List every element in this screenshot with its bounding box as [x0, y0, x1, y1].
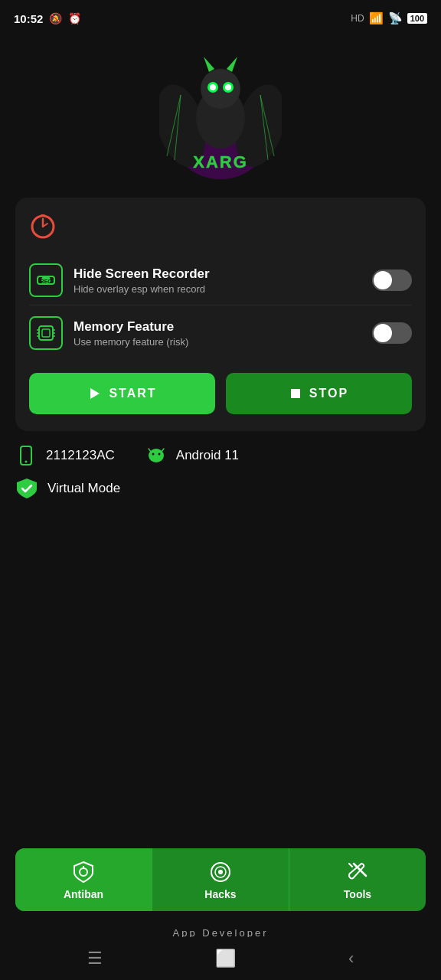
toggle-knob-hide: [374, 271, 392, 289]
svg-rect-41: [152, 457, 160, 461]
phone-icon: [15, 445, 37, 466]
app-logo: XARG XARG: [159, 49, 282, 179]
play-icon: [87, 387, 101, 400]
svg-marker-13: [204, 57, 214, 72]
shield-check-icon: [15, 477, 38, 500]
device-id-item: 2112123AC: [15, 445, 115, 466]
hide-recorder-subtitle: Hide overlay esp when record: [74, 283, 210, 295]
mute-icon: 🔕: [49, 12, 62, 24]
stop-button[interactable]: STOP: [226, 373, 412, 414]
svg-text:XARG: XARG: [193, 152, 248, 172]
feature-text-hide: Hide Screen Recorder Hide overlay esp wh…: [74, 266, 210, 295]
svg-point-35: [25, 461, 28, 463]
timer-row: [29, 211, 412, 242]
memory-icon-wrap: [29, 316, 63, 350]
nav-hacks[interactable]: Hacks: [152, 848, 289, 911]
main-card: REC Hide Screen Recorder Hide overlay es…: [15, 198, 426, 431]
svg-rect-25: [42, 329, 50, 337]
svg-point-47: [218, 870, 223, 874]
status-left: 10:52 🔕 ⏰: [14, 12, 81, 25]
svg-line-39: [149, 449, 151, 452]
battery-display: 100: [407, 13, 427, 24]
feature-left-memory: Memory Feature Use memory feature (risk): [29, 316, 188, 350]
start-button[interactable]: START: [29, 373, 215, 414]
signal-icon: 📶: [369, 11, 384, 25]
start-label: START: [109, 387, 156, 400]
device-id-text: 2112123AC: [46, 448, 115, 463]
nav-antiban[interactable]: Antiban: [15, 848, 152, 911]
menu-icon[interactable]: ☰: [87, 949, 103, 969]
tools-icon: [346, 861, 369, 884]
memory-feature-subtitle: Use memory feature (risk): [74, 336, 188, 348]
android-version-text: Android 11: [176, 448, 239, 463]
logo-svg: XARG XARG: [159, 49, 282, 179]
virtual-mode-row: Virtual Mode: [15, 477, 426, 500]
toggle-knob-memory: [374, 324, 392, 342]
info-row: 2112123AC Android 11: [15, 445, 426, 466]
svg-point-44: [80, 868, 87, 876]
svg-marker-32: [90, 388, 100, 399]
timer-icon: [29, 211, 57, 239]
hacks-icon: [209, 861, 232, 884]
stop-icon: [289, 387, 302, 400]
svg-rect-33: [291, 389, 300, 398]
svg-line-49: [349, 864, 352, 867]
svg-marker-14: [227, 57, 237, 72]
svg-rect-20: [41, 214, 45, 217]
rec-icon-wrap: REC: [29, 263, 63, 297]
svg-text:REC: REC: [41, 279, 52, 284]
nav-tools[interactable]: Tools: [289, 848, 426, 911]
wifi-icon: 📡: [388, 11, 403, 25]
system-nav-bar: ☰ ⬜ ‹: [0, 937, 441, 980]
back-icon[interactable]: ‹: [348, 949, 354, 969]
logo-area: XARG XARG: [0, 34, 441, 191]
alarm-icon: ⏰: [68, 12, 81, 24]
hacks-label: Hacks: [204, 888, 236, 900]
svg-point-11: [210, 84, 216, 90]
status-bar: 10:52 🔕 ⏰ HD 📶 📡 100: [0, 0, 441, 34]
memory-icon: [36, 323, 56, 343]
antiban-icon: [72, 861, 95, 884]
hide-recorder-title: Hide Screen Recorder: [74, 266, 210, 282]
svg-rect-42: [149, 455, 152, 459]
time-display: 10:52: [14, 12, 43, 25]
svg-rect-43: [160, 455, 163, 459]
action-buttons-row: START STOP: [29, 373, 412, 414]
svg-point-8: [201, 69, 240, 109]
android-version-item: Android 11: [145, 445, 239, 466]
antiban-label: Antiban: [64, 888, 103, 900]
home-icon[interactable]: ⬜: [215, 949, 236, 969]
stop-label: STOP: [309, 387, 348, 400]
rec-icon: REC: [36, 270, 56, 290]
svg-point-38: [158, 453, 160, 456]
svg-line-40: [162, 449, 164, 452]
feature-text-memory: Memory Feature Use memory feature (risk): [74, 319, 188, 348]
hide-recorder-toggle[interactable]: [372, 270, 412, 291]
memory-feature-row: Memory Feature Use memory feature (risk): [29, 309, 412, 358]
svg-rect-24: [39, 326, 53, 340]
network-icon: HD: [351, 13, 364, 24]
android-icon: [145, 445, 167, 466]
virtual-mode-text: Virtual Mode: [47, 481, 120, 496]
bottom-nav: Antiban Hacks Tools: [15, 848, 426, 911]
svg-point-37: [152, 453, 154, 456]
svg-point-12: [225, 84, 231, 90]
memory-feature-title: Memory Feature: [74, 319, 188, 335]
memory-feature-toggle[interactable]: [372, 322, 412, 344]
tools-label: Tools: [344, 888, 371, 900]
hide-screen-recorder-row: REC Hide Screen Recorder Hide overlay es…: [29, 256, 412, 305]
status-right: HD 📶 📡 100: [351, 11, 427, 25]
feature-left-hide: REC Hide Screen Recorder Hide overlay es…: [29, 263, 210, 297]
